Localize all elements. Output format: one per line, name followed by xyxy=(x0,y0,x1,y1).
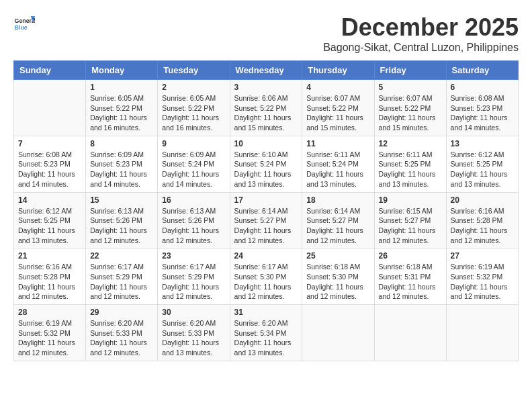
calendar-week-row: 28 Sunrise: 6:19 AM Sunset: 5:32 PM Dayl… xyxy=(14,305,519,361)
logo: General Blue xyxy=(13,13,35,35)
daylight-text: Daylight: 11 hours and 15 minutes. xyxy=(379,113,436,132)
day-info: Sunrise: 6:12 AM Sunset: 5:25 PM Dayligh… xyxy=(18,206,81,246)
day-info: Sunrise: 6:18 AM Sunset: 5:30 PM Dayligh… xyxy=(306,262,369,302)
calendar-day-cell: 22 Sunrise: 6:17 AM Sunset: 5:29 PM Dayl… xyxy=(86,248,158,305)
day-number: 11 xyxy=(306,139,369,148)
day-number: 7 xyxy=(18,139,81,148)
day-info: Sunrise: 6:13 AM Sunset: 5:26 PM Dayligh… xyxy=(90,206,153,246)
sunset-text: Sunset: 5:25 PM xyxy=(451,160,503,168)
day-number: 25 xyxy=(306,251,369,261)
daylight-text: Daylight: 11 hours and 12 minutes. xyxy=(306,283,363,301)
day-number: 16 xyxy=(162,195,225,205)
day-number: 15 xyxy=(90,195,153,205)
daylight-text: Daylight: 11 hours and 12 minutes. xyxy=(234,283,292,301)
day-info: Sunrise: 6:11 AM Sunset: 5:24 PM Dayligh… xyxy=(306,150,369,189)
sunset-text: Sunset: 5:22 PM xyxy=(306,104,359,112)
sunset-text: Sunset: 5:26 PM xyxy=(90,216,142,224)
daylight-text: Daylight: 11 hours and 12 minutes. xyxy=(306,226,363,244)
daylight-text: Daylight: 11 hours and 12 minutes. xyxy=(451,226,508,244)
sunrise-text: Sunrise: 6:14 AM xyxy=(306,207,360,215)
day-info: Sunrise: 6:05 AM Sunset: 5:22 PM Dayligh… xyxy=(90,93,153,133)
daylight-text: Daylight: 11 hours and 16 minutes. xyxy=(162,113,219,132)
day-info: Sunrise: 6:17 AM Sunset: 5:30 PM Dayligh… xyxy=(234,262,298,302)
sunset-text: Sunset: 5:23 PM xyxy=(90,160,142,168)
day-info: Sunrise: 6:17 AM Sunset: 5:29 PM Dayligh… xyxy=(90,262,153,302)
sunset-text: Sunset: 5:32 PM xyxy=(451,273,503,281)
daylight-text: Daylight: 11 hours and 12 minutes. xyxy=(90,226,147,244)
sunset-text: Sunset: 5:25 PM xyxy=(379,160,431,168)
daylight-text: Daylight: 11 hours and 12 minutes. xyxy=(451,283,508,301)
calendar-day-cell xyxy=(302,305,374,361)
calendar-day-cell xyxy=(446,305,518,361)
day-info: Sunrise: 6:05 AM Sunset: 5:22 PM Dayligh… xyxy=(162,93,225,133)
day-info: Sunrise: 6:20 AM Sunset: 5:33 PM Dayligh… xyxy=(162,318,225,358)
calendar-day-cell: 11 Sunrise: 6:11 AM Sunset: 5:24 PM Dayl… xyxy=(302,136,374,192)
sunrise-text: Sunrise: 6:16 AM xyxy=(18,263,72,271)
calendar-week-row: 14 Sunrise: 6:12 AM Sunset: 5:25 PM Dayl… xyxy=(14,192,519,248)
day-number: 3 xyxy=(234,83,298,92)
calendar-table: SundayMondayTuesdayWednesdayThursdayFrid… xyxy=(13,60,519,361)
sunset-text: Sunset: 5:22 PM xyxy=(90,104,142,112)
day-info: Sunrise: 6:20 AM Sunset: 5:33 PM Dayligh… xyxy=(90,318,153,358)
day-number: 22 xyxy=(90,251,153,261)
sunset-text: Sunset: 5:33 PM xyxy=(90,329,142,337)
day-number: 13 xyxy=(451,139,514,148)
day-number: 12 xyxy=(379,139,442,148)
day-number: 30 xyxy=(162,308,225,317)
daylight-text: Daylight: 11 hours and 12 minutes. xyxy=(379,283,436,301)
sunrise-text: Sunrise: 6:09 AM xyxy=(90,150,144,158)
calendar-day-cell: 16 Sunrise: 6:13 AM Sunset: 5:26 PM Dayl… xyxy=(158,192,230,248)
title-block: December 2025 Bagong-Sikat, Central Luzo… xyxy=(323,13,519,54)
day-number: 18 xyxy=(306,195,369,205)
daylight-text: Daylight: 11 hours and 12 minutes. xyxy=(162,226,219,244)
day-info: Sunrise: 6:19 AM Sunset: 5:32 PM Dayligh… xyxy=(18,318,81,358)
day-info: Sunrise: 6:17 AM Sunset: 5:29 PM Dayligh… xyxy=(162,262,225,302)
sunset-text: Sunset: 5:29 PM xyxy=(90,273,142,281)
day-info: Sunrise: 6:13 AM Sunset: 5:26 PM Dayligh… xyxy=(162,206,225,246)
daylight-text: Daylight: 11 hours and 12 minutes. xyxy=(90,283,147,301)
sunset-text: Sunset: 5:22 PM xyxy=(379,104,431,112)
calendar-day-cell: 13 Sunrise: 6:12 AM Sunset: 5:25 PM Dayl… xyxy=(446,136,518,192)
sunrise-text: Sunrise: 6:12 AM xyxy=(451,150,504,158)
calendar-day-cell: 8 Sunrise: 6:09 AM Sunset: 5:23 PM Dayli… xyxy=(86,136,158,192)
daylight-text: Daylight: 11 hours and 13 minutes. xyxy=(18,226,75,244)
calendar-day-cell: 31 Sunrise: 6:20 AM Sunset: 5:34 PM Dayl… xyxy=(230,305,302,361)
daylight-text: Daylight: 11 hours and 15 minutes. xyxy=(306,113,363,132)
day-number: 8 xyxy=(90,139,153,148)
daylight-text: Daylight: 11 hours and 14 minutes. xyxy=(18,170,75,188)
sunrise-text: Sunrise: 6:19 AM xyxy=(18,319,72,327)
daylight-text: Daylight: 11 hours and 12 minutes. xyxy=(162,283,219,301)
day-number: 27 xyxy=(451,251,514,261)
sunrise-text: Sunrise: 6:08 AM xyxy=(451,94,504,102)
day-number: 10 xyxy=(234,139,298,148)
daylight-text: Daylight: 11 hours and 16 minutes. xyxy=(90,113,147,132)
day-number: 4 xyxy=(306,83,369,92)
sunset-text: Sunset: 5:31 PM xyxy=(379,273,431,281)
day-number: 19 xyxy=(379,195,442,205)
sunrise-text: Sunrise: 6:18 AM xyxy=(306,263,360,271)
sunrise-text: Sunrise: 6:06 AM xyxy=(234,94,288,102)
day-info: Sunrise: 6:14 AM Sunset: 5:27 PM Dayligh… xyxy=(306,206,369,246)
day-number: 14 xyxy=(18,195,81,205)
calendar-day-cell: 24 Sunrise: 6:17 AM Sunset: 5:30 PM Dayl… xyxy=(230,248,302,305)
daylight-text: Daylight: 11 hours and 13 minutes. xyxy=(379,170,436,188)
sunset-text: Sunset: 5:22 PM xyxy=(162,104,214,112)
daylight-text: Daylight: 11 hours and 12 minutes. xyxy=(234,226,292,244)
day-info: Sunrise: 6:18 AM Sunset: 5:31 PM Dayligh… xyxy=(379,262,442,302)
day-number: 5 xyxy=(379,83,442,92)
sunset-text: Sunset: 5:28 PM xyxy=(451,216,503,224)
sunset-text: Sunset: 5:27 PM xyxy=(379,216,431,224)
day-info: Sunrise: 6:08 AM Sunset: 5:23 PM Dayligh… xyxy=(18,150,81,189)
sunset-text: Sunset: 5:25 PM xyxy=(18,216,71,224)
calendar-day-cell: 9 Sunrise: 6:09 AM Sunset: 5:24 PM Dayli… xyxy=(158,136,230,192)
daylight-text: Daylight: 11 hours and 12 minutes. xyxy=(90,338,147,357)
calendar-day-cell: 4 Sunrise: 6:07 AM Sunset: 5:22 PM Dayli… xyxy=(302,80,374,136)
sunrise-text: Sunrise: 6:20 AM xyxy=(162,319,216,327)
day-info: Sunrise: 6:14 AM Sunset: 5:27 PM Dayligh… xyxy=(234,206,298,246)
sunset-text: Sunset: 5:28 PM xyxy=(18,273,71,281)
calendar-day-cell: 27 Sunrise: 6:19 AM Sunset: 5:32 PM Dayl… xyxy=(446,248,518,305)
sunset-text: Sunset: 5:29 PM xyxy=(162,273,214,281)
sunset-text: Sunset: 5:24 PM xyxy=(306,160,359,168)
daylight-text: Daylight: 11 hours and 12 minutes. xyxy=(18,283,75,301)
daylight-text: Daylight: 11 hours and 13 minutes. xyxy=(162,338,219,357)
